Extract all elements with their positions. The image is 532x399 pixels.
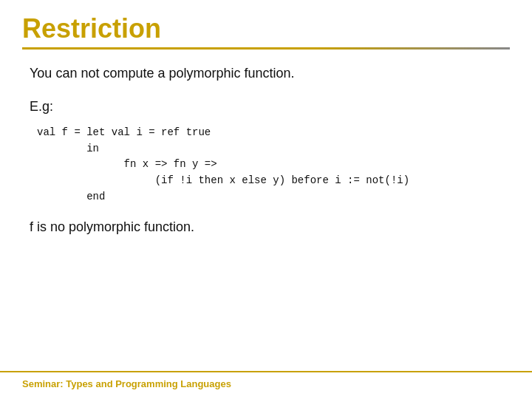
eg-label: E.g: — [30, 99, 502, 115]
code-line-2: in — [37, 141, 502, 157]
slide-header: Restriction — [0, 0, 532, 44]
slide-content: You can not compute a polymorphic functi… — [0, 50, 532, 235]
code-line-4: (if !i then x else y) before i := not(!i… — [37, 173, 502, 189]
code-line-5: end — [37, 189, 502, 205]
code-block: val f = let val i = ref true in fn x => … — [37, 125, 502, 205]
footer-label: Seminar: Types and Programming Languages — [22, 378, 231, 389]
slide-footer: Seminar: Types and Programming Languages — [0, 371, 532, 390]
slide-container: Restriction You can not compute a polymo… — [0, 0, 532, 399]
code-line-1: val f = let val i = ref true — [37, 125, 502, 141]
code-line-3: fn x => fn y => — [37, 157, 502, 173]
intro-text: You can not compute a polymorphic functi… — [30, 66, 502, 81]
slide-title: Restriction — [22, 13, 510, 44]
conclusion-text: f is no polymorphic function. — [30, 219, 502, 235]
